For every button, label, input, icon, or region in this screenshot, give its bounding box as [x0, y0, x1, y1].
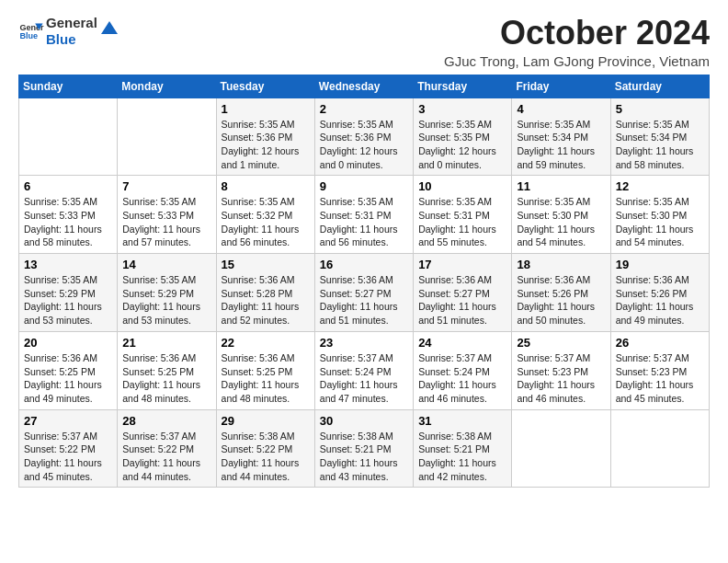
day-number: 19	[616, 258, 704, 271]
day-info: Sunrise: 5:37 AM Sunset: 5:22 PM Dayligh…	[122, 431, 200, 482]
calendar-cell: 13Sunrise: 5:35 AM Sunset: 5:29 PM Dayli…	[19, 254, 118, 332]
day-info: Sunrise: 5:35 AM Sunset: 5:33 PM Dayligh…	[24, 196, 102, 247]
day-info: Sunrise: 5:35 AM Sunset: 5:32 PM Dayligh…	[222, 196, 300, 247]
month-title: October 2024	[444, 15, 710, 52]
day-number: 11	[517, 179, 605, 193]
day-info: Sunrise: 5:35 AM Sunset: 5:33 PM Dayligh…	[122, 196, 200, 247]
calendar-cell: 9Sunrise: 5:35 AM Sunset: 5:31 PM Daylig…	[314, 176, 413, 254]
calendar-cell: 12Sunrise: 5:35 AM Sunset: 5:30 PM Dayli…	[610, 176, 709, 254]
calendar-cell	[610, 409, 709, 488]
day-number: 30	[320, 414, 408, 428]
day-number: 23	[320, 336, 408, 350]
day-info: Sunrise: 5:36 AM Sunset: 5:27 PM Dayligh…	[418, 274, 496, 326]
weekday-header-sunday: Sunday	[19, 75, 118, 98]
calendar-cell: 26Sunrise: 5:37 AM Sunset: 5:23 PM Dayli…	[610, 331, 709, 409]
calendar-cell: 6Sunrise: 5:35 AM Sunset: 5:33 PM Daylig…	[19, 176, 118, 254]
day-number: 4	[517, 102, 605, 116]
calendar-week-1: 1Sunrise: 5:35 AM Sunset: 5:36 PM Daylig…	[19, 98, 710, 176]
calendar-cell: 15Sunrise: 5:36 AM Sunset: 5:28 PM Dayli…	[216, 254, 314, 332]
day-number: 21	[122, 336, 210, 350]
day-info: Sunrise: 5:35 AM Sunset: 5:34 PM Dayligh…	[616, 119, 694, 170]
day-info: Sunrise: 5:37 AM Sunset: 5:24 PM Dayligh…	[320, 352, 398, 404]
day-number: 25	[517, 336, 605, 350]
calendar-cell: 17Sunrise: 5:36 AM Sunset: 5:27 PM Dayli…	[414, 254, 512, 332]
day-info: Sunrise: 5:35 AM Sunset: 5:29 PM Dayligh…	[24, 274, 102, 326]
svg-marker-4	[101, 21, 118, 34]
day-number: 1	[222, 102, 310, 116]
calendar-cell: 1Sunrise: 5:35 AM Sunset: 5:36 PM Daylig…	[216, 98, 314, 176]
day-info: Sunrise: 5:36 AM Sunset: 5:25 PM Dayligh…	[122, 352, 200, 404]
calendar-cell: 4Sunrise: 5:35 AM Sunset: 5:34 PM Daylig…	[512, 98, 610, 176]
calendar-cell: 23Sunrise: 5:37 AM Sunset: 5:24 PM Dayli…	[314, 331, 413, 409]
day-info: Sunrise: 5:35 AM Sunset: 5:30 PM Dayligh…	[517, 196, 595, 247]
day-number: 3	[418, 102, 506, 116]
calendar-cell: 28Sunrise: 5:37 AM Sunset: 5:22 PM Dayli…	[118, 409, 216, 488]
day-number: 27	[24, 414, 112, 428]
day-number: 18	[517, 258, 605, 271]
day-info: Sunrise: 5:35 AM Sunset: 5:35 PM Dayligh…	[418, 119, 496, 170]
day-number: 29	[222, 414, 310, 428]
day-info: Sunrise: 5:36 AM Sunset: 5:26 PM Dayligh…	[517, 274, 595, 326]
day-info: Sunrise: 5:37 AM Sunset: 5:22 PM Dayligh…	[24, 431, 102, 482]
weekday-header-friday: Friday	[512, 75, 610, 98]
day-number: 31	[418, 414, 506, 428]
calendar-cell: 20Sunrise: 5:36 AM Sunset: 5:25 PM Dayli…	[19, 331, 118, 409]
calendar-cell: 11Sunrise: 5:35 AM Sunset: 5:30 PM Dayli…	[512, 176, 610, 254]
day-info: Sunrise: 5:35 AM Sunset: 5:36 PM Dayligh…	[320, 119, 398, 170]
day-number: 17	[418, 258, 506, 271]
calendar-cell: 30Sunrise: 5:38 AM Sunset: 5:21 PM Dayli…	[314, 409, 413, 488]
day-number: 22	[222, 336, 310, 350]
day-info: Sunrise: 5:36 AM Sunset: 5:28 PM Dayligh…	[222, 274, 300, 326]
calendar-cell: 3Sunrise: 5:35 AM Sunset: 5:35 PM Daylig…	[414, 98, 512, 176]
day-number: 12	[616, 179, 704, 193]
logo-icon: General Blue	[18, 18, 44, 44]
day-info: Sunrise: 5:37 AM Sunset: 5:23 PM Dayligh…	[517, 352, 595, 404]
calendar-cell: 24Sunrise: 5:37 AM Sunset: 5:24 PM Dayli…	[414, 331, 512, 409]
calendar-cell: 14Sunrise: 5:35 AM Sunset: 5:29 PM Dayli…	[118, 254, 216, 332]
calendar-cell: 16Sunrise: 5:36 AM Sunset: 5:27 PM Dayli…	[314, 254, 413, 332]
day-info: Sunrise: 5:37 AM Sunset: 5:23 PM Dayligh…	[616, 352, 694, 404]
calendar-week-3: 13Sunrise: 5:35 AM Sunset: 5:29 PM Dayli…	[19, 254, 710, 332]
day-info: Sunrise: 5:36 AM Sunset: 5:25 PM Dayligh…	[24, 352, 102, 404]
day-number: 13	[24, 258, 112, 271]
day-info: Sunrise: 5:38 AM Sunset: 5:21 PM Dayligh…	[418, 431, 496, 482]
day-number: 20	[24, 336, 112, 350]
day-number: 9	[320, 179, 408, 193]
day-number: 7	[122, 179, 210, 193]
day-info: Sunrise: 5:37 AM Sunset: 5:24 PM Dayligh…	[418, 352, 496, 404]
calendar-cell: 2Sunrise: 5:35 AM Sunset: 5:36 PM Daylig…	[314, 98, 413, 176]
day-info: Sunrise: 5:36 AM Sunset: 5:26 PM Dayligh…	[616, 274, 694, 326]
weekday-header-row: SundayMondayTuesdayWednesdayThursdayFrid…	[19, 75, 710, 98]
calendar-week-5: 27Sunrise: 5:37 AM Sunset: 5:22 PM Dayli…	[19, 409, 710, 488]
calendar-cell: 8Sunrise: 5:35 AM Sunset: 5:32 PM Daylig…	[216, 176, 314, 254]
calendar-cell: 21Sunrise: 5:36 AM Sunset: 5:25 PM Dayli…	[118, 331, 216, 409]
day-number: 8	[222, 179, 310, 193]
calendar-table: SundayMondayTuesdayWednesdayThursdayFrid…	[18, 75, 710, 488]
day-info: Sunrise: 5:35 AM Sunset: 5:29 PM Dayligh…	[122, 274, 200, 326]
day-number: 16	[320, 258, 408, 271]
calendar-cell	[512, 409, 610, 488]
calendar-week-2: 6Sunrise: 5:35 AM Sunset: 5:33 PM Daylig…	[19, 176, 710, 254]
calendar-cell: 10Sunrise: 5:35 AM Sunset: 5:31 PM Dayli…	[414, 176, 512, 254]
logo-arrow-icon	[99, 17, 119, 38]
calendar-cell: 25Sunrise: 5:37 AM Sunset: 5:23 PM Dayli…	[512, 331, 610, 409]
weekday-header-thursday: Thursday	[414, 75, 512, 98]
day-number: 26	[616, 336, 704, 350]
day-info: Sunrise: 5:35 AM Sunset: 5:30 PM Dayligh…	[616, 196, 694, 247]
calendar-cell: 19Sunrise: 5:36 AM Sunset: 5:26 PM Dayli…	[610, 254, 709, 332]
calendar-cell: 29Sunrise: 5:38 AM Sunset: 5:22 PM Dayli…	[216, 409, 314, 488]
weekday-header-monday: Monday	[118, 75, 216, 98]
page-header: General Blue General Blue October 2024 G…	[18, 15, 710, 69]
calendar-cell: 31Sunrise: 5:38 AM Sunset: 5:21 PM Dayli…	[414, 409, 512, 488]
day-info: Sunrise: 5:36 AM Sunset: 5:25 PM Dayligh…	[222, 352, 300, 404]
calendar-cell: 27Sunrise: 5:37 AM Sunset: 5:22 PM Dayli…	[19, 409, 118, 488]
calendar-cell	[118, 98, 216, 176]
day-info: Sunrise: 5:35 AM Sunset: 5:31 PM Dayligh…	[418, 196, 496, 247]
weekday-header-saturday: Saturday	[610, 75, 709, 98]
day-number: 15	[222, 258, 310, 271]
weekday-header-tuesday: Tuesday	[216, 75, 314, 98]
day-info: Sunrise: 5:38 AM Sunset: 5:22 PM Dayligh…	[222, 431, 300, 482]
calendar-cell: 5Sunrise: 5:35 AM Sunset: 5:34 PM Daylig…	[610, 98, 709, 176]
weekday-header-wednesday: Wednesday	[314, 75, 413, 98]
day-number: 5	[616, 102, 704, 116]
